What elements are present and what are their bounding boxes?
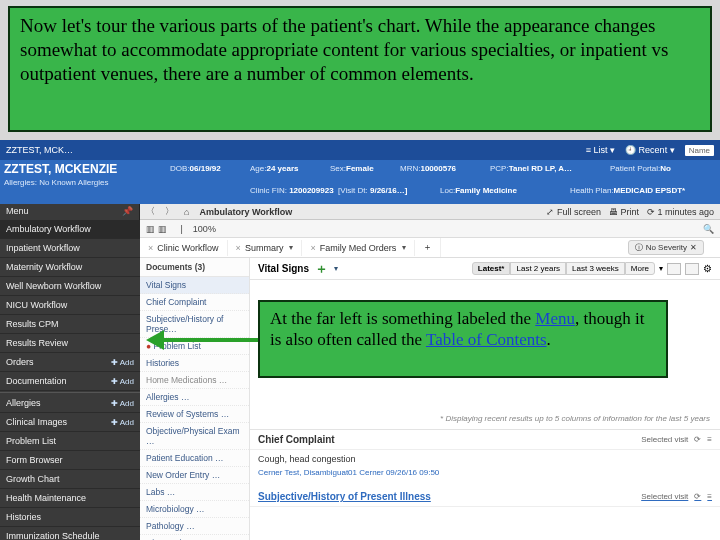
refresh-ago[interactable]: ⟳ 1 minutes ago (647, 207, 714, 217)
name-search[interactable]: Name (685, 145, 714, 156)
back-icon[interactable]: 〈 (146, 205, 155, 218)
doc-section-allergies-[interactable]: Allergies … (140, 389, 249, 406)
forward-icon[interactable]: 〉 (165, 205, 174, 218)
doc-section-diagnostics-[interactable]: Diagnostics … (140, 535, 249, 540)
tab-summary[interactable]: ×Summary (228, 240, 303, 256)
severity-close-icon[interactable]: ✕ (690, 243, 697, 252)
chief-complaint-header: Chief Complaint Selected visit ⟳ ≡ (250, 430, 720, 450)
doc-section-home-medications-[interactable]: Home Medications … (140, 372, 249, 389)
vitals-dropdown-icon[interactable]: ▾ (334, 264, 338, 273)
menu-item-nicu-workflow[interactable]: NICU Workflow (0, 296, 140, 315)
severity-pill[interactable]: ⓘ No Severity ✕ (628, 240, 704, 255)
section-menu-icon[interactable]: ≡ (707, 435, 712, 444)
print-button[interactable]: 🖶 Print (609, 207, 639, 217)
menu-item-immunization-schedule[interactable]: Immunization Schedule (0, 527, 140, 540)
doc-section-chief-complaint[interactable]: Chief Complaint (140, 294, 249, 311)
workflow-title: Ambulatory Workflow (199, 207, 292, 217)
info-icon: ⓘ (635, 242, 643, 253)
doc-section-microbiology-[interactable]: Microbiology … (140, 501, 249, 518)
callout-top: Now let's tour the various parts of the … (8, 6, 712, 132)
tab-clinic-workflow[interactable]: ×Clinic Workflow (140, 240, 228, 256)
doc-section-histories[interactable]: Histories (140, 355, 249, 372)
range-more[interactable]: More (625, 262, 655, 275)
add-button[interactable]: Add (111, 377, 134, 386)
chief-complaint-byline: Cerner Test, Disambiguat01 Cerner 09/26/… (258, 468, 712, 477)
menu-item-health-maintenance[interactable]: Health Maintenance (0, 489, 140, 508)
home-icon[interactable]: ⌂ (184, 207, 189, 217)
titlebar-tab[interactable]: ZZTEST, MCK… (6, 145, 73, 155)
tab-family-med-orders[interactable]: ×Family Med Orders (302, 240, 415, 256)
recent-dropdown[interactable]: 🕘 Recent ▾ (625, 145, 675, 155)
zoom-display[interactable]: 100% (193, 224, 216, 234)
nav-tabs-icon[interactable]: ▥ ▥ (146, 224, 167, 234)
tab-add-icon[interactable]: ＋ (415, 238, 441, 257)
titlebar: ZZTEST, MCK… ≡ List ▾ 🕘 Recent ▾ Name (0, 140, 720, 160)
menu-item-documentation[interactable]: DocumentationAdd (0, 372, 140, 391)
menu-item-results-cpm[interactable]: Results CPM (0, 315, 140, 334)
menu-item-inpatient-workflow[interactable]: Inpatient Workflow (0, 239, 140, 258)
menu-item-well-newborn-workflow[interactable]: Well Newborn Workflow (0, 277, 140, 296)
chief-complaint-body: Cough, head congestion Cerner Test, Disa… (250, 450, 720, 487)
callout-mid: At the far left is something labeled the… (258, 300, 668, 378)
vitals-footnote: * Displaying recent results up to 5 colu… (440, 414, 710, 423)
menu-item-growth-chart[interactable]: Growth Chart (0, 470, 140, 489)
range-last-3-weeks[interactable]: Last 3 weeks (566, 262, 625, 275)
patient-banner: ZZTEST, MCKENZIE Allergies: No Known All… (0, 160, 720, 204)
add-button[interactable]: Add (111, 418, 134, 427)
menu-item-clinical-images[interactable]: Clinical ImagesAdd (0, 413, 140, 432)
menu-link: Menu (535, 309, 575, 328)
menu-item-results-review[interactable]: Results Review (0, 334, 140, 353)
documents-column: Documents (3) Vital SignsChief Complaint… (140, 258, 250, 540)
range-buttons[interactable]: Latest*Last 2 yearsLast 3 weeksMore (472, 262, 655, 275)
doc-section-labs-[interactable]: Labs … (140, 484, 249, 501)
menu-item-histories[interactable]: Histories (0, 508, 140, 527)
range-latest-[interactable]: Latest* (472, 262, 511, 275)
pointer-arrow (146, 330, 258, 350)
close-icon[interactable]: × (310, 243, 315, 253)
reload-icon[interactable]: ⟳ (694, 435, 701, 444)
vitals-titlebar: Vital Signs ＋ ▾ Latest*Last 2 yearsLast … (250, 258, 720, 280)
menu-item-problem-list[interactable]: Problem List (0, 432, 140, 451)
documents-header[interactable]: Documents (3) (140, 258, 249, 277)
range-last-2-years[interactable]: Last 2 years (510, 262, 566, 275)
close-icon[interactable]: × (148, 243, 153, 253)
vitals-add-icon[interactable]: ＋ (315, 260, 328, 278)
toc-link: Table of Contents (426, 330, 547, 349)
menu-header: Menu 📌 (0, 204, 140, 220)
nav-row: ▥ ▥ | 100% 🔍 (140, 220, 720, 238)
view-dropdown-icon[interactable]: ▾ (659, 264, 663, 273)
list-dropdown[interactable]: ≡ List ▾ (586, 145, 615, 155)
menu-item-maternity-workflow[interactable]: Maternity Workflow (0, 258, 140, 277)
doc-section-vital-signs[interactable]: Vital Signs (140, 277, 249, 294)
pin-icon[interactable]: 📌 (122, 206, 133, 216)
workflow-toolbar: 〈 〉 ⌂ Ambulatory Workflow ⤢ Full screen … (140, 204, 720, 220)
vitals-title: Vital Signs (258, 263, 309, 274)
reload-icon[interactable]: ⟳ (694, 492, 701, 501)
menu-title: Menu (6, 206, 29, 216)
patient-allergies: Allergies: No Known Allergies (4, 178, 109, 187)
patient-name: ZZTEST, MCKENZIE (4, 162, 117, 176)
add-button[interactable]: Add (111, 399, 134, 408)
close-icon[interactable]: × (236, 243, 241, 253)
grid-view-icon[interactable] (667, 263, 681, 275)
fullscreen-button[interactable]: ⤢ Full screen (546, 207, 601, 217)
content-tabs: ×Clinic Workflow×Summary×Family Med Orde… (140, 238, 720, 258)
doc-section-new-order-entry-[interactable]: New Order Entry … (140, 467, 249, 484)
nav-search-icon[interactable]: 🔍 (703, 224, 714, 234)
menu-item-orders[interactable]: OrdersAdd (0, 353, 140, 372)
section-menu-icon[interactable]: ≡ (707, 492, 712, 501)
menu-item-allergies[interactable]: AllergiesAdd (0, 394, 140, 413)
add-button[interactable]: Add (111, 358, 134, 367)
doc-section-patient-education-[interactable]: Patient Education … (140, 450, 249, 467)
menu-item-form-browser[interactable]: Form Browser (0, 451, 140, 470)
left-menu: Ambulatory WorkflowInpatient WorkflowMat… (0, 220, 140, 540)
gear-icon[interactable]: ⚙ (703, 263, 712, 274)
chief-complaint-text: Cough, head congestion (258, 454, 712, 464)
list-view-icon[interactable] (685, 263, 699, 275)
menu-item-ambulatory-workflow[interactable]: Ambulatory Workflow (0, 220, 140, 239)
doc-section-pathology-[interactable]: Pathology … (140, 518, 249, 535)
doc-section-review-of-systems-[interactable]: Review of Systems … (140, 406, 249, 423)
doc-section-objective-physical-exam-[interactable]: Objective/Physical Exam … (140, 423, 249, 450)
subjective-header: Subjective/History of Present Illness Se… (250, 487, 720, 507)
callout-top-text: Now let's tour the various parts of the … (20, 15, 668, 84)
